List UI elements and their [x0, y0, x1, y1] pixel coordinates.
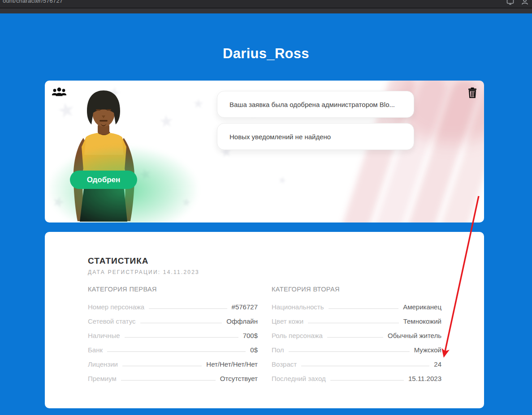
- stat-value: 0$: [250, 346, 258, 354]
- stats-heading: СТАТИСТИКА: [88, 256, 149, 266]
- leader-line: [330, 380, 404, 381]
- leader-line: [149, 308, 227, 309]
- stat-label: Сетевой статус: [88, 317, 136, 325]
- character-render: [58, 88, 157, 222]
- column-header: КАТЕГОРИЯ ВТОРАЯ: [272, 286, 441, 299]
- stat-label: Возраст: [272, 360, 297, 368]
- status-approved-button[interactable]: Одобрен: [70, 171, 137, 189]
- stat-value: Темнокожий: [403, 317, 441, 325]
- stat-label: Премиум: [88, 375, 117, 382]
- stat-row: Номер персонажа #576727: [88, 299, 258, 313]
- column-header: КАТЕГОРИЯ ПЕРВАЯ: [88, 286, 258, 299]
- leader-line: [308, 323, 399, 323]
- browser-extension-icons: [506, 0, 528, 6]
- profile-icon[interactable]: [521, 0, 528, 5]
- stat-row: Возраст 24: [272, 356, 441, 371]
- page-title: Darius_Ross: [0, 46, 532, 62]
- statistics-card: СТАТИСТИКА ДАТА РЕГИСТРАЦИИ: 14.11.2023 …: [45, 232, 484, 408]
- leader-line: [107, 351, 246, 352]
- stats-column-second: КАТЕГОРИЯ ВТОРАЯ Национальность Американ…: [272, 286, 441, 385]
- stat-value: #576727: [232, 303, 258, 311]
- notification-item[interactable]: Ваша заявка была одобрена администраторо…: [217, 91, 414, 118]
- people-icon[interactable]: [52, 87, 67, 98]
- stat-row: Премиум Отсутствует: [88, 371, 258, 385]
- notification-item[interactable]: Новых уведомлений не найдено: [217, 123, 414, 150]
- stat-row: Национальность Американец: [272, 299, 441, 313]
- leader-line: [125, 337, 238, 338]
- stat-label: Номер персонажа: [88, 303, 144, 311]
- stat-label: Последний заход: [272, 375, 326, 382]
- browser-topbar: ount/character/576727: [0, 0, 532, 13]
- stat-row: Цвет кожи Темнокожий: [272, 313, 441, 328]
- stat-row: Пол Мужской: [272, 342, 441, 356]
- stat-label: Цвет кожи: [272, 317, 303, 325]
- screenshot-icon[interactable]: [506, 0, 514, 5]
- stat-value: 700$: [243, 332, 258, 339]
- stat-row: Лицензии Нет/Нет/Нет/Нет: [88, 356, 258, 371]
- url-fragment[interactable]: ount/character/576727: [3, 0, 63, 4]
- stat-value: Нет/Нет/Нет/Нет: [206, 360, 258, 368]
- stats-columns: КАТЕГОРИЯ ПЕРВАЯ Номер персонажа #576727…: [88, 286, 441, 385]
- leader-line: [140, 323, 222, 323]
- stat-value: Обычный житель: [388, 332, 441, 339]
- stat-row: Сетевой статус Оффлайн: [88, 313, 258, 328]
- notification-text: Новых уведомлений не найдено: [229, 133, 331, 141]
- stat-value: 15.11.2023: [408, 375, 441, 382]
- stat-value: Американец: [403, 303, 441, 311]
- leader-line: [289, 351, 410, 352]
- stat-label: Пол: [272, 346, 284, 354]
- profile-card: ★ ★ ★ ★ ★ ★ ★ ★ ★ ★ ★ ★ ★ ★: [45, 81, 484, 222]
- leader-line: [327, 337, 383, 338]
- leader-line: [329, 308, 399, 309]
- stat-label: Наличные: [88, 332, 120, 339]
- stats-column-first: КАТЕГОРИЯ ПЕРВАЯ Номер персонажа #576727…: [88, 286, 258, 385]
- browser-address-strip: ount/character/576727: [0, 0, 532, 9]
- stat-row: Последний заход 15.11.2023: [272, 371, 441, 385]
- leader-line: [301, 366, 429, 366]
- stat-value: Оффлайн: [226, 317, 258, 325]
- leader-line: [122, 366, 202, 366]
- stat-value: Мужской: [414, 346, 441, 354]
- stat-value: Отсутствует: [220, 375, 258, 382]
- trash-icon: [468, 87, 477, 98]
- notification-text: Ваша заявка была одобрена администраторо…: [229, 101, 395, 108]
- delete-character-button[interactable]: [468, 87, 477, 99]
- stat-label: Лицензии: [88, 360, 118, 368]
- registration-date: ДАТА РЕГИСТРАЦИИ: 14.11.2023: [88, 269, 199, 275]
- stat-label: Банк: [88, 346, 103, 354]
- stat-value: 24: [434, 360, 441, 368]
- leader-line: [121, 380, 216, 381]
- stat-row: Наличные 700$: [88, 328, 258, 342]
- stat-label: Национальность: [272, 303, 324, 311]
- stat-row: Банк 0$: [88, 342, 258, 356]
- stat-row: Роль персонажа Обычный житель: [272, 328, 441, 342]
- stat-label: Роль персонажа: [272, 332, 323, 339]
